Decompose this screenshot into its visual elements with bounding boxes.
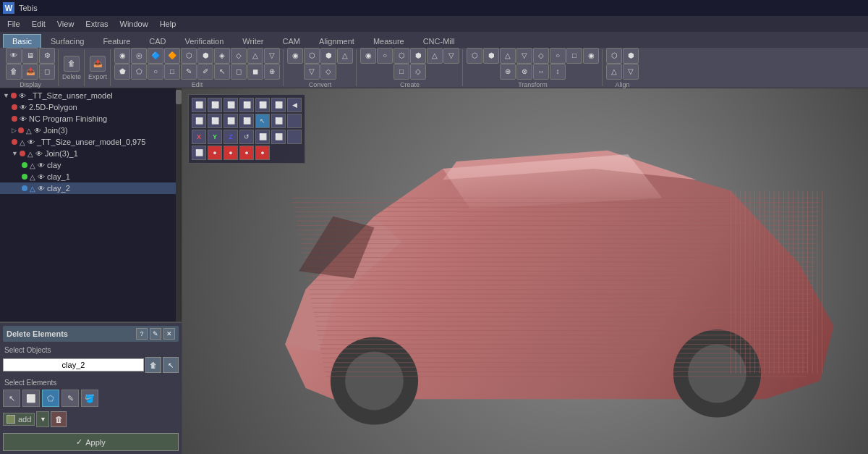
edit-icon[interactable]: ✎ [150,328,161,340]
help-icon[interactable]: ? [136,328,148,340]
display-icon-4[interactable]: 🗑 [6,64,22,80]
ft-5[interactable]: ⬜ [255,98,270,112]
sel-bucket[interactable]: 🪣 [81,390,98,407]
menu-file[interactable]: File [1,18,26,30]
menu-help[interactable]: Help [154,18,182,30]
menu-window[interactable]: Window [114,18,154,30]
edit-icon-19[interactable]: ◼ [247,64,263,80]
ft-19[interactable]: ⬜ [255,130,270,144]
transform-icon-11[interactable]: ↔ [533,64,549,80]
create-icon-1[interactable]: ◉ [360,48,376,64]
ft-9[interactable]: ⬜ [208,114,222,128]
export-icon-1[interactable]: 📤 [90,56,106,72]
scroll-thumb[interactable] [176,90,182,104]
delete-icon-1[interactable]: 🗑 [64,56,80,72]
ft-2[interactable]: ⬜ [208,98,222,112]
ft-21[interactable] [287,130,302,144]
ft-back[interactable]: ◀ [287,98,302,112]
ft-10[interactable]: ⬜ [224,114,238,128]
edit-icon-5[interactable]: ⬡ [181,48,197,64]
edit-icon-2[interactable]: ◎ [131,48,147,64]
edit-icon-8[interactable]: ◇ [231,48,247,64]
obj-delete-btn[interactable]: 🗑 [145,357,161,373]
tab-cam[interactable]: CAM [273,34,310,48]
edit-icon-14[interactable]: □ [164,64,180,80]
align-icon-4[interactable]: ▽ [623,64,639,80]
close-icon[interactable]: ✕ [163,328,175,340]
tree-item-6[interactable]: △ 👁 clay [0,159,182,171]
tree-item-3[interactable]: ▷ △ 👁 Join(3) [0,125,182,136]
ft-13[interactable]: ⬜ [271,114,286,128]
tree-item-4[interactable]: △ 👁 _TT_Size_unser_model_0,975 [0,136,182,148]
create-icon-2[interactable]: ○ [377,48,393,64]
display-icon-6[interactable]: ◻ [39,64,55,80]
convert-icon-5[interactable]: ▽ [304,64,320,80]
convert-icon-4[interactable]: △ [337,48,353,64]
ft-z[interactable]: Z [224,130,238,144]
display-icon-3[interactable]: ⚙ [39,48,55,64]
tab-alignment[interactable]: Alignment [310,34,364,48]
tree-item-5[interactable]: ▼ △ 👁 Join(3)_1 [0,148,182,159]
ft-1[interactable]: ⬜ [192,98,206,112]
tree-scrollbar[interactable] [176,88,182,321]
edit-icon-11[interactable]: ⬟ [114,64,130,80]
tab-measure[interactable]: Measure [364,34,414,48]
ft-14[interactable] [287,114,302,128]
transform-icon-7[interactable]: □ [566,48,582,64]
ft-22[interactable]: ⬜ [192,146,206,160]
ft-20[interactable]: ⬜ [271,130,286,144]
menu-edit[interactable]: Edit [26,18,51,30]
create-icon-7[interactable]: □ [393,64,409,80]
tab-surfacing[interactable]: Surfacing [41,34,93,48]
create-icon-4[interactable]: ⬢ [410,48,426,64]
ft-cursor[interactable]: ↖ [255,114,270,128]
tab-cad[interactable]: CAD [140,34,175,48]
edit-icon-1[interactable]: ◉ [114,48,130,64]
convert-icon-3[interactable]: ⬢ [320,48,336,64]
edit-icon-18[interactable]: ◻ [231,64,247,80]
ft-rotate[interactable]: ↺ [239,130,254,144]
apply-button[interactable]: ✓ Apply [3,433,179,451]
ft-6[interactable]: ⬜ [271,98,286,112]
edit-icon-4[interactable]: 🔶 [164,48,180,64]
edit-icon-6[interactable]: ⬢ [197,48,213,64]
transform-icon-4[interactable]: ▽ [516,48,532,64]
ft-red3[interactable]: ● [239,146,254,160]
edit-icon-15[interactable]: ✎ [181,64,197,80]
ft-red1[interactable]: ● [208,146,222,160]
obj-cursor-btn[interactable]: ↖ [163,357,179,373]
transform-icon-6[interactable]: ○ [550,48,566,64]
edit-icon-17[interactable]: ↖ [214,64,230,80]
edit-icon-12[interactable]: ⬠ [131,64,147,80]
ft-x[interactable]: X [192,130,206,144]
ft-y[interactable]: Y [208,130,222,144]
display-icon-2[interactable]: 🖥 [22,48,38,64]
tree-item-0[interactable]: ▼ 👁 _TT_Size_unser_model [0,90,182,101]
tab-verification[interactable]: Verification [176,34,234,48]
transform-icon-10[interactable]: ⊗ [516,64,532,80]
tree-item-8[interactable]: △ 👁 clay_2 [0,182,182,194]
delete-elements-btn[interactable]: 🗑 [51,411,67,427]
edit-icon-7[interactable]: ◈ [214,48,230,64]
transform-icon-1[interactable]: ⬡ [467,48,482,64]
convert-icon-2[interactable]: ⬡ [304,48,320,64]
display-icon-1[interactable]: 👁 [6,48,22,64]
ft-8[interactable]: ⬜ [192,114,206,128]
sel-lasso[interactable]: ⬠ [42,390,59,407]
create-icon-6[interactable]: ▽ [443,48,459,64]
tab-writer[interactable]: Writer [233,34,273,48]
edit-icon-13[interactable]: ○ [148,64,163,80]
edit-icon-3[interactable]: 🔷 [148,48,163,64]
ft-3[interactable]: ⬜ [224,98,238,112]
ft-11[interactable]: ⬜ [239,114,254,128]
transform-icon-8[interactable]: ◉ [583,48,599,64]
tab-feature[interactable]: Feature [93,34,140,48]
ft-4[interactable]: ⬜ [239,98,254,112]
tree-item-1[interactable]: 👁 2.5D-Polygon [0,101,182,113]
sel-rect[interactable]: ⬜ [22,390,40,407]
align-icon-1[interactable]: ⬡ [606,48,622,64]
ft-red4[interactable]: ● [255,146,270,160]
menu-view[interactable]: View [51,18,80,30]
convert-icon-1[interactable]: ◉ [287,48,303,64]
transform-icon-3[interactable]: △ [500,48,516,64]
